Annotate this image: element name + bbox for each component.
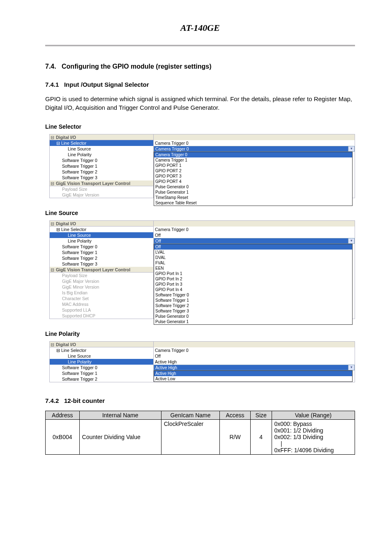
prop-sw-trigger-3[interactable]: Software Trigger 3 (50, 261, 153, 267)
category-digital-io[interactable]: ⊟ Digital I/O (50, 221, 153, 227)
dropdown-option[interactable]: GPIO PORT 3 (154, 173, 352, 179)
prop-sw-trigger-3[interactable]: Software Trigger 3 (50, 175, 153, 180)
dropdown-option[interactable]: FVAL (154, 260, 352, 266)
td-internal-name: Counter Dividing Value (79, 420, 161, 455)
caption-line-source: Line Source (45, 210, 355, 216)
dropdown-option[interactable]: GPIO PORT 4 (154, 179, 352, 184)
prop-char-set[interactable]: Character Set (50, 296, 153, 301)
collapse-icon[interactable]: ⊟ (56, 140, 60, 146)
collapse-icon[interactable]: ⊟ (50, 221, 55, 227)
dropdown-option[interactable]: GPIO Port In 4 (154, 287, 352, 292)
dropdown-option[interactable]: Pulse Generator 1 (154, 190, 352, 195)
value-line-selector[interactable]: Camera Trigger 0 (154, 140, 355, 146)
register-table: Address Internal Name GenIcam Name Acces… (45, 411, 355, 455)
dropdown-option[interactable]: GPIO Port In 2 (154, 276, 352, 282)
prop-sw-trigger-2[interactable]: Software Trigger 2 (50, 169, 153, 175)
prop-sw-trigger-0[interactable]: Software Trigger 0 (50, 244, 153, 250)
line-polarity-dropdown[interactable]: Active High ▾ (154, 365, 355, 370)
line-source-dropdown[interactable]: Off ▾ (154, 238, 355, 244)
prop-line-selector[interactable]: ⊟ Line Selector (50, 347, 153, 353)
prop-dhcp[interactable]: Supported DHCP (50, 313, 153, 319)
prop-sw-trigger-0[interactable]: Software Trigger 0 (50, 365, 153, 370)
subsection-number-2: 7.4.2 (45, 397, 59, 404)
dropdown-option[interactable]: Active Low (154, 376, 352, 382)
prop-line-selector[interactable]: ⊟ Line Selector (50, 140, 153, 146)
prop-line-polarity[interactable]: Line Polarity (50, 152, 153, 157)
line-polarity-options[interactable]: Active HighActive Low (154, 370, 353, 382)
dropdown-option[interactable]: Software Trigger 0 (154, 292, 352, 298)
collapse-icon[interactable]: ⊟ (50, 267, 55, 273)
prop-sw-trigger-2[interactable]: Software Trigger 2 (50, 376, 153, 382)
prop-big-endian[interactable]: Is Big Endian (50, 290, 153, 296)
collapse-icon[interactable]: ⊟ (50, 180, 55, 186)
prop-gige-major[interactable]: GigE Major Version (50, 278, 153, 284)
dropdown-current: Active High (155, 365, 177, 370)
prop-line-selector[interactable]: ⊟ Line Selector (50, 227, 153, 232)
th-access: Access (220, 411, 251, 420)
category-label: Digital I/O (56, 342, 76, 347)
dropdown-option[interactable]: DVAL (154, 255, 352, 260)
dropdown-option[interactable]: EEN (154, 266, 352, 271)
prop-sw-trigger-1[interactable]: Software Trigger 1 (50, 370, 153, 376)
prop-gige-major[interactable]: GigE Major Version (50, 192, 153, 198)
horizontal-rule (45, 45, 355, 46)
value-blank (154, 342, 355, 347)
collapse-icon[interactable]: ⊟ (56, 227, 60, 232)
category-gige[interactable]: ⊟ GigE Vision Transport Layer Control (50, 267, 153, 273)
dropdown-option[interactable]: GPIO Port In 1 (154, 271, 352, 276)
collapse-icon[interactable]: ⊟ (56, 347, 60, 353)
collapse-icon[interactable]: ⊟ (50, 134, 55, 140)
prop-sw-trigger-0[interactable]: Software Trigger 0 (50, 157, 153, 163)
dropdown-option[interactable]: GPIO PORT 2 (154, 168, 352, 173)
prop-line-polarity[interactable]: Line Polarity (50, 359, 153, 365)
value-line-source[interactable]: Off (154, 232, 355, 238)
dropdown-option[interactable]: Camera Trigger 1 (154, 157, 352, 163)
dropdown-option[interactable]: GPIO Port In 3 (154, 282, 352, 287)
dropdown-option[interactable]: Software Trigger 1 (154, 298, 352, 303)
prop-sw-trigger-1[interactable]: Software Trigger 1 (50, 163, 153, 169)
value-line-polarity[interactable]: Active High (154, 359, 355, 365)
prop-lla[interactable]: Supported LLA (50, 307, 153, 313)
dropdown-option[interactable]: Software Trigger 3 (154, 308, 352, 314)
prop-line-source[interactable]: Line Source (50, 232, 153, 238)
prop-sw-trigger-1[interactable]: Software Trigger 1 (50, 250, 153, 255)
category-gige[interactable]: ⊟ GigE Vision Transport Layer Control (50, 180, 153, 186)
line-selector-dropdown[interactable]: Camera Trigger 0 ▾ (154, 146, 355, 152)
prop-sw-trigger-2[interactable]: Software Trigger 2 (50, 255, 153, 261)
prop-line-source[interactable]: Line Source (50, 353, 153, 359)
dropdown-option[interactable]: GPIO PORT 1 (154, 163, 352, 168)
property-grid-line-selector: ⊟ Digital I/O ⊟ Line Selector Line Sourc… (49, 134, 355, 198)
collapse-icon[interactable]: ⊟ (50, 342, 55, 347)
dropdown-option[interactable]: LVAL (154, 250, 352, 255)
category-label: Digital I/O (56, 134, 76, 140)
prop-payload-size[interactable]: Payload Size (50, 186, 153, 192)
subsection-number: 7.4.1 (45, 81, 59, 88)
prop-label: Line Selector (61, 140, 86, 146)
dropdown-option[interactable]: Off (154, 244, 352, 250)
dropdown-option[interactable]: Pulse Generator 0 (154, 184, 352, 190)
dropdown-option[interactable]: Sequence Table Reset (154, 200, 352, 206)
dropdown-option[interactable]: Camera Trigger 0 (154, 152, 352, 157)
dropdown-option[interactable]: Pulse Generator 0 (154, 314, 352, 319)
category-digital-io[interactable]: ⊟ Digital I/O (50, 134, 153, 140)
chevron-down-icon[interactable]: ▾ (348, 238, 354, 243)
prop-line-source[interactable]: Line Source (50, 146, 153, 152)
chevron-down-icon[interactable]: ▾ (348, 365, 354, 370)
line-selector-options[interactable]: Camera Trigger 0Camera Trigger 1GPIO POR… (154, 152, 353, 206)
prop-payload-size[interactable]: Payload Size (50, 273, 153, 278)
prop-mac[interactable]: MAC Address (50, 301, 153, 307)
category-label: Digital I/O (56, 221, 76, 227)
prop-line-polarity[interactable]: Line Polarity (50, 238, 153, 244)
line-source-options[interactable]: OffLVALDVALFVALEENGPIO Port In 1GPIO Por… (154, 244, 353, 325)
category-label: GigE Vision Transport Layer Control (56, 180, 130, 186)
category-digital-io[interactable]: ⊟ Digital I/O (50, 342, 153, 347)
subsection-title-2: 12-bit counter (64, 397, 105, 404)
doc-model-title: AT-140GE (45, 23, 355, 33)
chevron-down-icon[interactable]: ▾ (348, 146, 354, 151)
dropdown-option[interactable]: Active High (154, 371, 352, 376)
dropdown-option[interactable]: TimeStamp Reset (154, 195, 352, 200)
dropdown-option[interactable]: Pulse Generator 1 (154, 319, 352, 324)
prop-gige-minor[interactable]: GigE Minor Version (50, 284, 153, 290)
dropdown-option[interactable]: Software Trigger 2 (154, 303, 352, 308)
range-line: | (274, 440, 353, 447)
